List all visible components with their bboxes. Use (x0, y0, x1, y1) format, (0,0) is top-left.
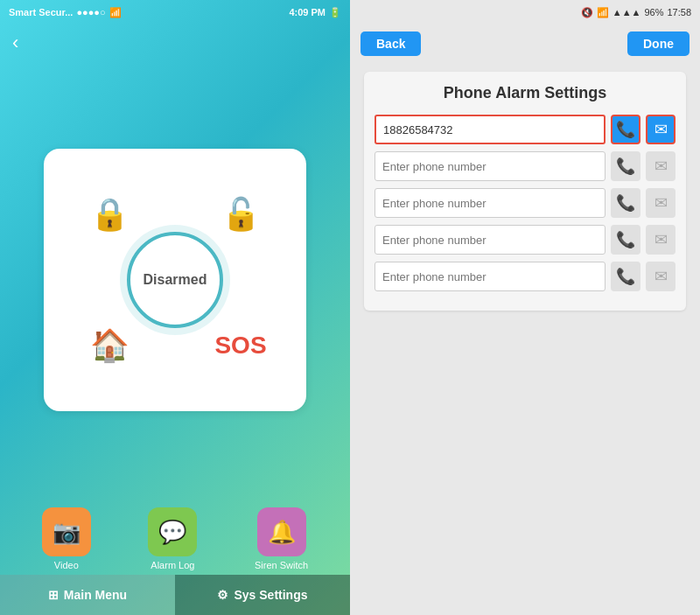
right-status-bar: 🔇 📶 ▲▲▲ 96% 17:58 (350, 0, 700, 24)
video-label: Video (54, 560, 79, 570)
wifi-icon: 📶 (109, 7, 122, 18)
right-wifi-icon: 📶 (597, 7, 609, 18)
right-time: 17:58 (667, 7, 691, 17)
main-menu-icon: ⊞ (48, 588, 59, 602)
sos-label: SOS (214, 332, 266, 360)
back-button[interactable]: Back (360, 31, 421, 56)
right-header: Back Done (350, 24, 700, 63)
app-name: Smart Secur... (9, 7, 73, 17)
video-icon-circle: 📷 (42, 507, 91, 556)
call-button-3[interactable]: 📞 (611, 188, 640, 218)
phone-settings-title: Phone Alarm Settings (374, 84, 676, 102)
right-spacer (350, 319, 700, 615)
left-status-bar: Smart Secur... ●●●●○ 📶 4:09 PM 🔋 (0, 0, 350, 24)
sys-settings-label: Sys Settings (234, 588, 307, 602)
alarm-log-button[interactable]: 💬 Alarm Log (148, 507, 197, 570)
call-button-1[interactable]: 📞 (611, 115, 640, 144)
phone-row-5: 📞 ✉ (374, 262, 676, 291)
msg-button-1[interactable]: ✉ (646, 115, 676, 144)
left-back-arrow[interactable]: ‹ (0, 24, 350, 61)
bottom-icon-row: 📷 Video 💬 Alarm Log 🔔 Siren Switch (0, 499, 350, 575)
alarm-card: 🔒 🔓 🏠 SOS Disarmed (44, 149, 306, 411)
call-button-4[interactable]: 📞 (611, 225, 640, 255)
call-button-5[interactable]: 📞 (611, 262, 640, 291)
call-button-2[interactable]: 📞 (611, 151, 640, 181)
phone-input-5[interactable] (374, 262, 606, 291)
nav-main-menu[interactable]: ⊞ Main Menu (0, 575, 175, 615)
bottom-nav: ⊞ Main Menu ⚙ Sys Settings (0, 575, 350, 615)
siren-label: Siren Switch (255, 560, 308, 570)
right-panel: 🔇 📶 ▲▲▲ 96% 17:58 Back Done Phone Alarm … (350, 0, 700, 615)
alarm-log-label: Alarm Log (150, 560, 194, 570)
alarm-log-icon: 💬 (158, 519, 186, 546)
msg-button-3[interactable]: ✉ (646, 188, 676, 218)
left-panel: Smart Secur... ●●●●○ 📶 4:09 PM 🔋 ‹ 🔒 🔓 🏠… (0, 0, 350, 615)
phone-input-2[interactable] (374, 151, 606, 181)
video-icon: 📷 (52, 519, 80, 546)
disarm-label: Disarmed (144, 272, 207, 288)
disarm-button[interactable]: Disarmed (127, 232, 223, 328)
phone-row-3: 📞 ✉ (374, 188, 676, 218)
done-button[interactable]: Done (627, 31, 690, 56)
alarm-log-icon-circle: 💬 (148, 507, 197, 556)
siren-switch-button[interactable]: 🔔 Siren Switch (255, 507, 308, 570)
msg-button-2[interactable]: ✉ (646, 151, 676, 181)
right-battery: 96% (644, 7, 663, 17)
msg-button-5[interactable]: ✉ (646, 262, 676, 291)
phone-input-1[interactable] (374, 115, 606, 144)
msg-button-4[interactable]: ✉ (646, 225, 676, 255)
sys-settings-icon: ⚙ (217, 588, 228, 602)
mute-icon: 🔇 (581, 7, 593, 18)
phone-settings-card: Phone Alarm Settings 📞 ✉ 📞 ✉ 📞 ✉ 📞 ✉ (364, 72, 686, 311)
main-content-area: 🔒 🔓 🏠 SOS Disarmed (0, 61, 350, 499)
main-menu-label: Main Menu (64, 588, 127, 602)
siren-icon-circle: 🔔 (257, 507, 306, 556)
battery-icon: 🔋 (329, 7, 341, 18)
signal-dots: ●●●●○ (76, 7, 105, 17)
status-right: 4:09 PM 🔋 (289, 7, 341, 18)
nav-sys-settings[interactable]: ⚙ Sys Settings (175, 575, 350, 615)
phone-row-4: 📞 ✉ (374, 225, 676, 255)
siren-icon: 🔔 (268, 519, 296, 546)
time-display: 4:09 PM (289, 7, 326, 17)
phone-row-1: 📞 ✉ (374, 115, 676, 144)
right-signal: ▲▲▲ (612, 7, 641, 17)
phone-row-2: 📞 ✉ (374, 151, 676, 181)
phone-input-4[interactable] (374, 225, 606, 255)
phone-input-3[interactable] (374, 188, 606, 218)
video-button[interactable]: 📷 Video (42, 507, 91, 570)
status-left: Smart Secur... ●●●●○ 📶 (9, 7, 122, 18)
